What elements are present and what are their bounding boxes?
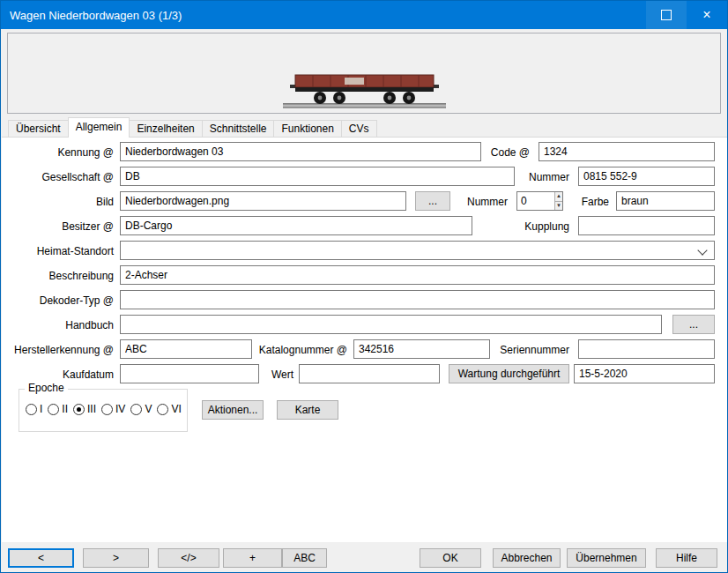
heimat-standort-combobox[interactable] [120, 241, 715, 260]
kennung-label: Kennung @ [1, 143, 114, 162]
bild-label: Bild [1, 192, 114, 212]
apply-button[interactable]: Übernehmen [567, 548, 646, 568]
epoche-radio-III[interactable]: III [73, 403, 96, 415]
prev-button[interactable]: < [8, 548, 74, 568]
epoche-radio-group: I II III IV V VI [26, 403, 187, 415]
radio-icon [130, 404, 142, 415]
add-button[interactable]: + [223, 548, 282, 568]
epoche-option-label: II [62, 403, 68, 415]
tab-cvs[interactable]: CVs [341, 120, 377, 137]
wagon-properties-dialog: Wagen Niederbordwagen 03 (1/3) × Übersic… [0, 0, 728, 573]
help-button[interactable]: Hilfe [656, 548, 717, 568]
epoche-option-label: V [145, 403, 152, 415]
wartung-button[interactable]: Wartung durchgeführt [449, 364, 569, 383]
tab-einzelheiten[interactable]: Einzelheiten [129, 120, 202, 137]
radio-icon [48, 404, 59, 415]
radio-checked-icon [73, 404, 85, 415]
besitzer-label: Besitzer @ [1, 217, 114, 236]
epoche-legend: Epoche [25, 382, 68, 394]
radio-icon [101, 404, 113, 415]
code-input[interactable] [539, 142, 715, 161]
heimat-standort-label: Heimat-Standort [1, 242, 114, 261]
dropdown-chevron-icon [697, 245, 707, 255]
window-title: Wagen Niederbordwagen 03 (1/3) [10, 9, 646, 22]
farbe-label: Farbe [530, 192, 609, 212]
epoche-radio-V[interactable]: V [130, 403, 152, 415]
besitzer-input[interactable] [120, 216, 472, 235]
karte-button[interactable]: Karte [277, 400, 338, 420]
dekoder-typ-input[interactable] [120, 290, 715, 309]
seriennummer-label: Seriennummer [459, 340, 569, 360]
handbuch-browse-button[interactable]: ... [672, 315, 715, 334]
cancel-button[interactable]: Abbrechen [493, 548, 561, 568]
wagon-image [283, 64, 446, 112]
bild-input[interactable] [120, 191, 406, 211]
wert-label: Wert [239, 365, 293, 384]
wert-input[interactable] [299, 364, 440, 383]
abc-button[interactable]: ABC [282, 548, 327, 568]
dekoder-typ-label: Dekoder-Typ @ [1, 291, 114, 310]
next-button[interactable]: > [83, 548, 149, 568]
nummer-label: Nummer [459, 167, 569, 187]
tab-allgemein[interactable]: Allgemein [68, 117, 130, 138]
radio-icon [26, 404, 37, 415]
wartung-date-input[interactable] [574, 364, 715, 383]
epoche-radio-IV[interactable]: IV [101, 403, 125, 415]
kupplung-label: Kupplung [459, 217, 569, 236]
epoche-groupbox: Epoche I II III IV V VI [19, 389, 188, 432]
epoche-option-label: I [40, 403, 42, 415]
beschreibung-input[interactable] [120, 265, 715, 285]
close-icon: × [702, 8, 710, 22]
epoche-radio-II[interactable]: II [48, 403, 68, 415]
ok-button[interactable]: OK [420, 548, 481, 568]
farbe-input[interactable] [616, 191, 715, 211]
herstellerkennung-input[interactable] [120, 339, 252, 359]
beschreibung-label: Beschreibung [1, 266, 114, 286]
epoche-radio-I[interactable]: I [26, 403, 42, 415]
maximize-button[interactable] [646, 1, 687, 29]
aktionen-button[interactable]: Aktionen... [202, 400, 264, 420]
herstellerkennung-label: Herstellerkennung @ [1, 340, 114, 360]
gesellschaft-input[interactable] [120, 167, 515, 186]
epoche-option-label: III [87, 403, 96, 415]
maximize-icon [661, 10, 672, 20]
tab-uebersicht[interactable]: Übersicht [8, 120, 69, 137]
handbuch-label: Handbuch [1, 316, 114, 335]
epoche-option-label: IV [115, 403, 125, 415]
radio-icon [157, 404, 168, 415]
titlebar: Wagen Niederbordwagen 03 (1/3) × [1, 1, 727, 29]
tab-funktionen[interactable]: Funktionen [273, 120, 341, 137]
gesellschaft-label: Gesellschaft @ [1, 167, 114, 187]
bild-nummer-label: Nummer [402, 192, 508, 212]
nummer-input[interactable] [578, 167, 715, 186]
tab-schnittstelle[interactable]: Schnittstelle [202, 120, 275, 137]
katalognummer-label: Katalognummer @ [239, 340, 347, 360]
close-button[interactable]: × [687, 1, 727, 29]
epoche-radio-VI[interactable]: VI [157, 403, 181, 415]
code-label: Code @ [424, 143, 530, 162]
kupplung-input[interactable] [578, 216, 715, 235]
handbuch-input[interactable] [120, 315, 662, 334]
seriennummer-input[interactable] [578, 339, 715, 359]
epoche-option-label: VI [171, 403, 181, 415]
code-toggle-button[interactable]: </> [158, 548, 219, 568]
tab-bar: Übersicht Allgemein Einzelheiten Schnitt… [8, 117, 376, 137]
